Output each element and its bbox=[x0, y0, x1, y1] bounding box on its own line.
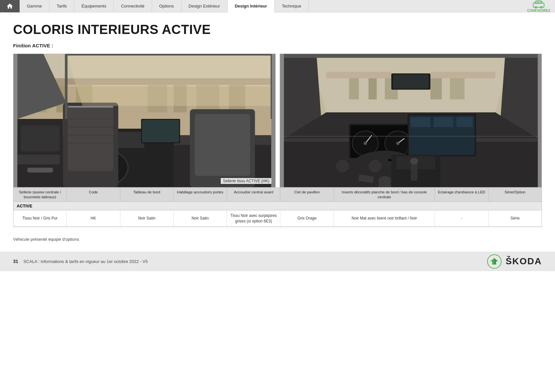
interior-image-right bbox=[280, 54, 542, 188]
configurez-button[interactable]: CONFIGUREZ bbox=[523, 0, 555, 14]
vehicle-note-text: Véhicule présenté équipé d'options bbox=[13, 237, 79, 242]
td-serie: Série bbox=[489, 210, 542, 227]
finition-label: Finition ACTIVE : bbox=[13, 43, 542, 48]
main-content: COLORIS INTERIEURS ACTIVE Finition ACTIV… bbox=[0, 12, 555, 227]
svg-point-64 bbox=[396, 142, 399, 145]
tab-gamme[interactable]: Gamme bbox=[20, 0, 49, 12]
tab-technique[interactable]: Technique bbox=[275, 0, 309, 12]
skoda-brand-name: ŠKODA bbox=[506, 256, 542, 267]
tab-equipements[interactable]: Équipements bbox=[74, 0, 114, 12]
page-title: COLORIS INTERIEURS ACTIVE bbox=[13, 22, 542, 37]
image-caption-left: Sellerie tissu ACTIVE (HK) bbox=[221, 178, 271, 184]
svg-rect-35 bbox=[195, 114, 250, 176]
svg-marker-40 bbox=[66, 54, 271, 106]
images-row: Sellerie tissu ACTIVE (HK) bbox=[13, 54, 542, 188]
th-sellerie: Sellerie (assise centrale / bourrelets l… bbox=[13, 188, 67, 202]
th-habillage: Habillage accoudoirs portes bbox=[174, 188, 227, 202]
interior-graphic-right bbox=[280, 54, 542, 187]
svg-rect-89 bbox=[393, 74, 428, 89]
svg-rect-69 bbox=[456, 117, 473, 127]
page-footer: 31 SCALA : Informations & tarifs en vigu… bbox=[0, 252, 555, 271]
svg-rect-28 bbox=[68, 106, 113, 171]
tab-options[interactable]: Options bbox=[152, 0, 182, 12]
page-number: 31 bbox=[13, 259, 18, 264]
car-configurez-icon bbox=[533, 0, 545, 9]
svg-rect-87 bbox=[284, 136, 538, 137]
th-ciel: Ciel de pavillon bbox=[280, 188, 334, 202]
configurez-label: CONFIGUREZ bbox=[527, 9, 550, 12]
footer-logo: ŠKODA bbox=[487, 254, 542, 269]
td-inserts: Noir Mat avec liseré noir brillant / Noi… bbox=[334, 210, 435, 227]
th-inserts: Inserts décoratifs planche de bord / bas… bbox=[334, 188, 435, 202]
td-accoudoir: Tissu Noir avec surpiqûres grises (si op… bbox=[227, 210, 280, 227]
interior-specs-table: Sellerie (assise centrale / bourrelets l… bbox=[13, 188, 542, 227]
navigation-bar: Gamme Tarifs Équipements Connectivité Op… bbox=[0, 0, 555, 12]
svg-line-74 bbox=[359, 177, 373, 180]
tab-design-interieur[interactable]: Design Intérieur bbox=[228, 0, 275, 12]
td-code: HK bbox=[67, 210, 120, 227]
th-accoudoir: Accoudoir central avant bbox=[227, 188, 280, 202]
table-row: Tissu Noir / Gris Pur HK Noir Satin Noir… bbox=[13, 210, 542, 227]
td-habillage: Noir Satin bbox=[174, 210, 227, 227]
td-sellerie: Tissu Noir / Gris Pur bbox=[13, 210, 67, 227]
td-eclairage: - bbox=[435, 210, 488, 227]
svg-rect-68 bbox=[433, 117, 453, 127]
skoda-arrow-icon bbox=[487, 254, 502, 269]
home-button[interactable] bbox=[0, 0, 20, 12]
td-ciel: Gris Orage bbox=[280, 210, 334, 227]
svg-rect-39 bbox=[17, 155, 60, 164]
svg-rect-86 bbox=[430, 72, 495, 78]
table-header: Sellerie (assise centrale / bourrelets l… bbox=[13, 188, 542, 202]
svg-rect-23 bbox=[142, 120, 179, 142]
footer-left: 31 SCALA : Informations & tarifs en vigu… bbox=[13, 259, 148, 264]
th-tableau-bord: Tableau de bord bbox=[120, 188, 174, 202]
table-section-active: ACTIVE bbox=[13, 202, 542, 210]
th-serie-option: Série/Option bbox=[489, 188, 542, 202]
svg-rect-41 bbox=[66, 54, 271, 56]
interior-graphic-left bbox=[13, 54, 275, 187]
svg-rect-37 bbox=[21, 125, 60, 152]
svg-rect-38 bbox=[27, 168, 53, 172]
tab-connectivite[interactable]: Connectivité bbox=[114, 0, 152, 12]
vehicle-note: Véhicule présenté équipé d'options bbox=[0, 227, 555, 245]
nav-tabs: Gamme Tarifs Équipements Connectivité Op… bbox=[20, 0, 523, 12]
finition-value: ACTIVE : bbox=[32, 43, 53, 48]
footer-text: SCALA : Informations & tarifs en vigueur… bbox=[24, 259, 148, 264]
svg-point-81 bbox=[410, 158, 418, 164]
svg-rect-85 bbox=[326, 72, 391, 78]
finition-prefix: Finition bbox=[13, 43, 31, 48]
th-code: Code bbox=[67, 188, 120, 202]
svg-rect-21 bbox=[118, 132, 145, 148]
svg-rect-33 bbox=[68, 106, 113, 107]
interior-image-left: Sellerie tissu ACTIVE (HK) bbox=[13, 54, 276, 188]
td-tableau-bord: Noir Satin bbox=[120, 210, 174, 227]
svg-rect-67 bbox=[411, 117, 430, 127]
svg-point-84 bbox=[369, 160, 381, 172]
svg-point-83 bbox=[337, 160, 348, 172]
svg-point-63 bbox=[363, 142, 367, 145]
tab-design-exterieur[interactable]: Design Extérieur bbox=[182, 0, 228, 12]
svg-rect-54 bbox=[284, 54, 538, 58]
th-eclairage: Eclairage d'ambiance à LED bbox=[435, 188, 488, 202]
home-icon bbox=[6, 3, 13, 10]
tab-tarifs[interactable]: Tarifs bbox=[49, 0, 74, 12]
